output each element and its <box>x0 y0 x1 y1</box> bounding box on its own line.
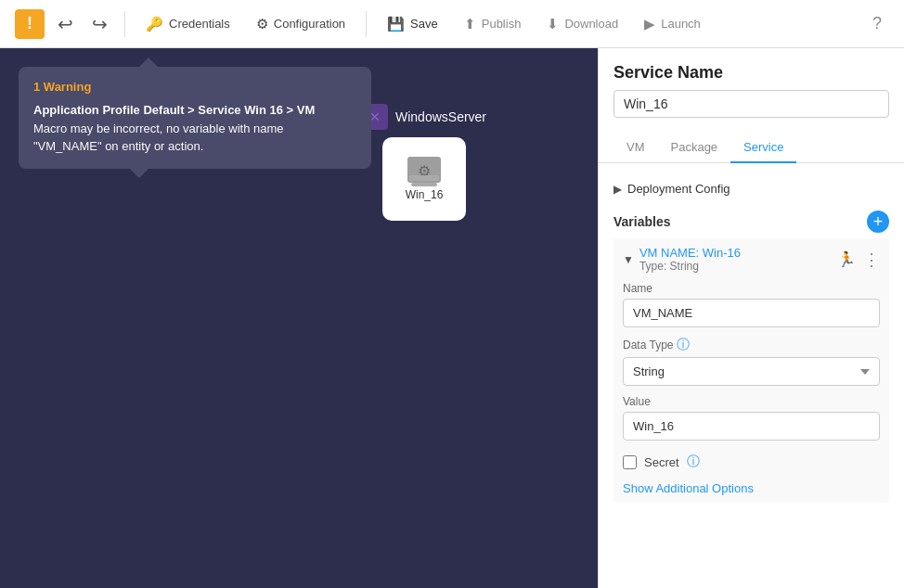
undo-button[interactable]: ↩ <box>52 9 79 39</box>
datatype-select-wrapper: String Integer Boolean Date <box>623 357 880 386</box>
tabs: VM Package Service <box>599 133 904 163</box>
secret-info-icon[interactable]: ⓘ <box>687 454 700 470</box>
credentials-label: Credentials <box>169 17 230 31</box>
deployment-config-section[interactable]: ▶ Deployment Config <box>613 174 889 203</box>
publish-button[interactable]: ⬆ Publish <box>455 10 531 38</box>
panel-header: Service Name <box>599 48 904 125</box>
warning-title: 1 Warning <box>33 80 356 94</box>
save-icon: 💾 <box>387 16 405 32</box>
launch-icon: ▶ <box>644 16 655 32</box>
publish-icon: ⬆ <box>464 16 476 32</box>
right-panel: Service Name VM Package Service ▶ Deploy… <box>598 48 904 588</box>
divider-2 <box>366 11 367 37</box>
redo-button[interactable]: ↪ <box>86 9 113 39</box>
variables-label: Variables <box>613 214 671 229</box>
panel-content: ▶ Deployment Config Variables + ▼ VM NAM… <box>599 163 904 588</box>
node-header: ✕ WindowsServer <box>362 104 486 130</box>
help-icon: ? <box>872 14 882 32</box>
secret-checkbox[interactable] <box>623 455 637 469</box>
variable-actions: 🏃 ⋮ <box>837 249 880 270</box>
variables-row: Variables + <box>613 203 889 238</box>
datatype-field-group: Data Type ⓘ String Integer Boolean Date <box>623 337 880 386</box>
variable-name-label: VM NAME: <box>639 246 699 260</box>
tab-package[interactable]: Package <box>658 133 731 163</box>
variable-expand-chevron[interactable]: ▼ <box>623 253 634 266</box>
warning-tooltip: 1 Warning Application Profile Default > … <box>19 67 371 169</box>
configuration-icon: ⚙ <box>256 16 268 32</box>
save-button[interactable]: 💾 Save <box>378 10 447 38</box>
secret-row: Secret ⓘ <box>623 454 880 470</box>
value-field-group: Value <box>623 395 880 441</box>
publish-label: Publish <box>482 17 522 31</box>
warning-message: Application Profile Default > Service Wi… <box>33 101 356 156</box>
canvas: 1 Warning Application Profile Default > … <box>0 48 598 588</box>
warning-button[interactable]: ! <box>15 9 45 39</box>
warning-bold: Application Profile Default > Service Wi… <box>33 103 315 117</box>
download-icon: ⬇ <box>547 16 559 32</box>
variable-name-input[interactable] <box>623 299 880 327</box>
divider-1 <box>124 11 125 37</box>
credentials-button[interactable]: 🔑 Credentials <box>136 10 239 38</box>
service-name-input[interactable] <box>613 90 889 118</box>
more-options-icon[interactable]: ⋮ <box>863 249 880 270</box>
tooltip-arrow <box>139 58 158 67</box>
node-title: WindowsServer <box>395 109 486 124</box>
tab-service[interactable]: Service <box>730 133 796 163</box>
undo-icon: ↩ <box>58 14 73 34</box>
variable-item-left: ▼ VM NAME: Win-16 Type: String <box>623 246 741 273</box>
launch-label: Launch <box>661 17 701 31</box>
toolbar: ! ↩ ↪ 🔑 Credentials ⚙ Configuration 💾 Sa… <box>0 0 904 48</box>
show-additional-link[interactable]: Show Additional Options <box>623 481 754 495</box>
warning-icon: ! <box>27 14 32 33</box>
datatype-field-label: Data Type ⓘ <box>623 337 880 353</box>
deployment-config-label: Deployment Config <box>627 182 730 196</box>
credentials-icon: 🔑 <box>146 16 163 32</box>
variable-item-header: ▼ VM NAME: Win-16 Type: String 🏃 ⋮ <box>623 246 880 273</box>
vm-node[interactable]: ⚙ Win_16 <box>382 137 466 221</box>
panel-title: Service Name <box>613 63 889 83</box>
datatype-select[interactable]: String Integer Boolean Date <box>623 357 880 386</box>
add-variable-button[interactable]: + <box>867 211 889 233</box>
main-area: 1 Warning Application Profile Default > … <box>0 48 904 588</box>
windows-server-node[interactable]: ✕ WindowsServer ⚙ Win_16 <box>362 104 486 221</box>
vm-node-icon: ⚙ <box>407 157 441 183</box>
variable-type: Type: String <box>639 260 741 273</box>
download-button[interactable]: ⬇ Download <box>537 10 627 38</box>
variable-form: Name <box>623 282 880 327</box>
redo-icon: ↪ <box>92 14 108 34</box>
configuration-button[interactable]: ⚙ Configuration <box>247 10 355 38</box>
vm-icon-strip <box>409 175 439 181</box>
run-icon[interactable]: 🏃 <box>837 250 856 268</box>
datatype-label-text: Data Type <box>623 339 673 352</box>
vm-node-label: Win_16 <box>406 188 444 201</box>
configuration-label: Configuration <box>274 17 345 31</box>
download-label: Download <box>564 17 618 31</box>
name-field-label: Name <box>623 282 880 295</box>
save-label: Save <box>410 17 438 31</box>
variable-item-vmname: ▼ VM NAME: Win-16 Type: String 🏃 ⋮ <box>613 238 889 503</box>
help-button[interactable]: ? <box>865 10 889 37</box>
variable-name-block: VM NAME: Win-16 Type: String <box>639 246 741 273</box>
value-field-label: Value <box>623 395 880 408</box>
deployment-config-chevron: ▶ <box>613 183 622 196</box>
variable-name-value: Win-16 <box>703 246 741 260</box>
warning-text: Macro may be incorrect, no variable with… <box>33 121 284 154</box>
secret-label: Secret <box>644 455 679 469</box>
datatype-info-icon[interactable]: ⓘ <box>677 337 690 353</box>
launch-button[interactable]: ▶ Launch <box>635 10 710 38</box>
variable-value-input[interactable] <box>623 412 880 441</box>
variable-name: VM NAME: Win-16 <box>639 246 741 260</box>
tab-vm[interactable]: VM <box>613 133 658 163</box>
